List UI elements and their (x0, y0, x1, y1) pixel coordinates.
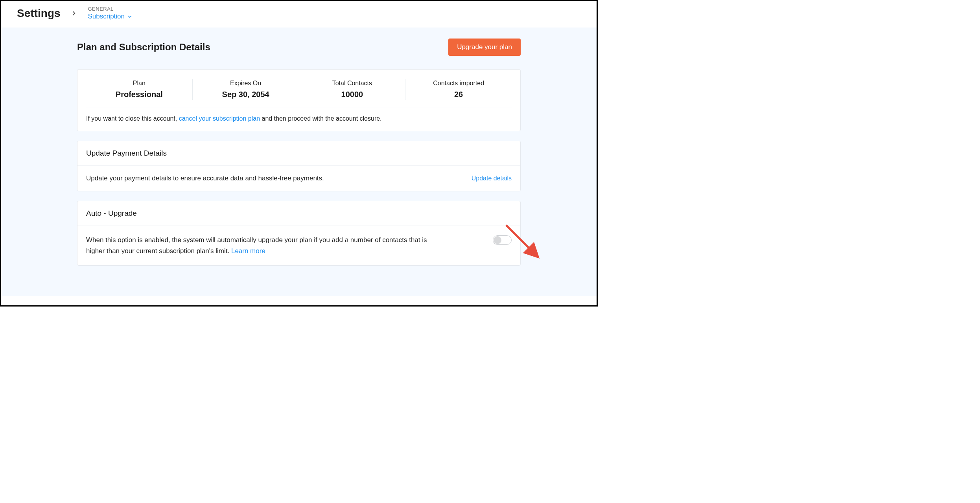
auto-upgrade-body: When this option is enabled, the system … (77, 226, 520, 265)
auto-upgrade-toggle[interactable] (493, 235, 512, 245)
breadcrumb-header: Settings GENERAL Subscription (1, 1, 597, 28)
update-payment-card: Update Payment Details Update your payme… (77, 141, 521, 191)
stat-expires: Expires On Sep 30, 2054 (193, 79, 299, 100)
stat-expires-label: Expires On (196, 80, 296, 87)
cancel-subscription-row: If you want to close this account, cance… (77, 108, 520, 131)
auto-upgrade-card: Auto - Upgrade When this option is enabl… (77, 201, 521, 266)
main-area: Plan and Subscription Details Upgrade yo… (1, 28, 597, 296)
stat-expires-value: Sep 30, 2054 (196, 90, 296, 99)
cancel-suffix: and then proceed with the account closur… (260, 115, 382, 122)
update-payment-body: Update your payment details to ensure ac… (77, 166, 520, 191)
stat-plan-value: Professional (89, 90, 189, 99)
learn-more-link[interactable]: Learn more (231, 247, 265, 255)
stats-row: Plan Professional Expires On Sep 30, 205… (86, 70, 512, 108)
stat-total-contacts-value: 10000 (302, 90, 402, 99)
breadcrumb-page-dropdown[interactable]: Subscription (88, 13, 133, 20)
upgrade-plan-button[interactable]: Upgrade your plan (448, 39, 521, 56)
update-payment-title: Update Payment Details (77, 141, 520, 166)
app-frame: Settings GENERAL Subscription Plan and S… (0, 0, 598, 307)
cancel-prefix: If you want to close this account, (86, 115, 179, 122)
cancel-subscription-link[interactable]: cancel your subscription plan (179, 115, 260, 122)
breadcrumb-page-label: Subscription (88, 13, 125, 20)
stat-total-contacts: Total Contacts 10000 (299, 79, 406, 100)
toggle-holder (493, 235, 512, 257)
breadcrumb-stack: GENERAL Subscription (88, 6, 133, 20)
update-payment-desc: Update your payment details to ensure ac… (86, 174, 324, 182)
content-container: Plan and Subscription Details Upgrade yo… (77, 39, 521, 266)
breadcrumb-category: GENERAL (88, 6, 133, 12)
plan-details-card: Plan Professional Expires On Sep 30, 205… (77, 69, 521, 131)
chevron-down-icon (127, 14, 133, 19)
stat-contacts-imported: Contacts imported 26 (405, 79, 512, 100)
update-details-link[interactable]: Update details (472, 175, 512, 182)
auto-upgrade-text: When this option is enabled, the system … (86, 235, 428, 257)
stat-contacts-imported-value: 26 (409, 90, 508, 99)
settings-title: Settings (17, 7, 60, 20)
stat-total-contacts-label: Total Contacts (302, 80, 402, 87)
stat-plan-label: Plan (89, 80, 189, 87)
toggle-knob (494, 236, 501, 244)
auto-upgrade-title: Auto - Upgrade (77, 201, 520, 226)
page-title: Plan and Subscription Details (77, 42, 210, 53)
chevron-right-icon (71, 9, 77, 18)
title-row: Plan and Subscription Details Upgrade yo… (77, 39, 521, 56)
stat-contacts-imported-label: Contacts imported (409, 80, 508, 87)
stat-plan: Plan Professional (86, 79, 193, 100)
